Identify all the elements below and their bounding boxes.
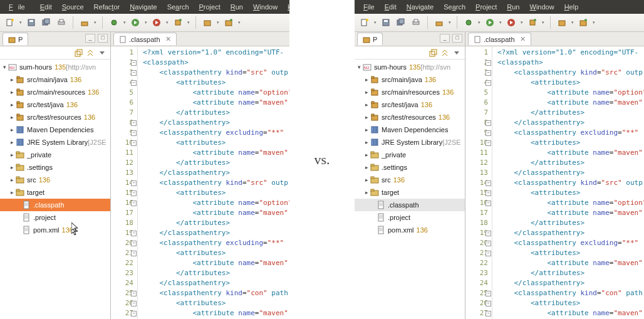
dropdown-icon[interactable]: ▾ xyxy=(373,17,377,28)
new-icon[interactable] xyxy=(4,16,16,29)
fold-toggle-icon[interactable]: − xyxy=(486,301,491,306)
menu-project[interactable]: Project xyxy=(194,0,226,14)
link-editor-icon[interactable] xyxy=(441,49,449,57)
code-area[interactable]: <?xml version="1.0" encoding="UTF- <clas… xyxy=(492,46,644,319)
fold-toggle-icon[interactable]: − xyxy=(131,180,137,186)
fold-toggle-icon[interactable]: − xyxy=(131,60,137,66)
tree-item-src-main-java[interactable]: ▸src/main/java136 xyxy=(355,73,465,86)
tree-item--project[interactable]: .project xyxy=(355,211,465,224)
editor-body[interactable]: 12−3−4−5678−9−10−11121314−15−16−171819−2… xyxy=(465,46,644,319)
tree-item-src[interactable]: ▸src136 xyxy=(355,174,465,186)
dropdown-icon[interactable]: ▾ xyxy=(571,17,574,28)
dropdown-icon[interactable]: ▾ xyxy=(520,17,524,28)
tree-item--classpath[interactable]: .classpath xyxy=(0,199,110,211)
view-menu-icon[interactable] xyxy=(98,49,106,57)
save-icon[interactable] xyxy=(380,16,392,29)
run-icon[interactable] xyxy=(484,16,496,29)
tree-project-root[interactable]: ▾MJsum-hours 135 [http://svn xyxy=(355,61,465,73)
project-tree[interactable]: ▾MJsum-hours 135 [http://svn▸src/main/ja… xyxy=(0,60,110,319)
fold-toggle-icon[interactable]: − xyxy=(131,140,137,146)
tree-item-Maven-Dependencies[interactable]: ▸Maven Dependencies xyxy=(0,123,110,136)
menu-window[interactable]: Window xyxy=(248,0,283,14)
fold-toggle-icon[interactable]: − xyxy=(131,70,137,76)
tree-item-src-main-java[interactable]: ▸src/main/java136 xyxy=(0,73,110,86)
run-last-icon[interactable] xyxy=(505,16,517,29)
tree-item-src[interactable]: ▸src136 xyxy=(0,174,110,186)
minimize-icon[interactable]: _ xyxy=(85,34,95,43)
external-tools-icon[interactable] xyxy=(526,16,539,29)
menu-edit[interactable]: Edit xyxy=(380,0,402,14)
tree-item--settings[interactable]: ▸.settings xyxy=(0,161,110,174)
fold-toggle-icon[interactable]: − xyxy=(486,241,491,246)
tab-classpath[interactable]: .classpath ✕ xyxy=(113,33,177,45)
menu-project[interactable]: Project xyxy=(470,0,502,14)
menu-navigate[interactable]: Navigate xyxy=(402,0,439,14)
dropdown-icon[interactable]: ▾ xyxy=(237,17,241,28)
tree-item-pom-xml[interactable]: pom.xml136 xyxy=(355,224,465,236)
dropdown-icon[interactable]: ▾ xyxy=(144,17,148,28)
dropdown-icon[interactable]: ▾ xyxy=(499,17,502,28)
build-icon[interactable] xyxy=(433,16,445,29)
menu-source[interactable]: Source xyxy=(57,0,89,14)
menu-edit[interactable]: Edit xyxy=(35,0,57,14)
menu-search[interactable]: Search xyxy=(439,0,470,14)
debug-icon[interactable] xyxy=(108,16,120,29)
project-tree[interactable]: ▾MJsum-hours 135 [http://svn▸src/main/ja… xyxy=(355,60,465,319)
tree-item-src-main-resources[interactable]: ▸src/main/resources136 xyxy=(0,86,110,98)
print-icon[interactable] xyxy=(410,16,422,29)
fold-toggle-icon[interactable]: − xyxy=(486,120,491,126)
dropdown-icon[interactable]: ▾ xyxy=(477,17,481,28)
dropdown-icon[interactable]: ▾ xyxy=(19,17,23,28)
menu-window[interactable]: Window xyxy=(524,0,559,14)
dropdown-icon[interactable]: ▾ xyxy=(541,17,545,28)
menu-run[interactable]: Run xyxy=(226,0,248,14)
tab-classpath[interactable]: .classpath ✕ xyxy=(468,33,531,45)
dropdown-icon[interactable]: ▾ xyxy=(448,17,452,28)
tree-item-src-test-resources[interactable]: ▸src/test/resources136 xyxy=(355,111,465,123)
save-all-icon[interactable] xyxy=(395,16,407,29)
tree-item-JRE-System-Library[interactable]: ▸JRE System Library [J2SE xyxy=(0,136,110,149)
fold-toggle-icon[interactable]: − xyxy=(486,80,491,86)
dropdown-icon[interactable]: ▾ xyxy=(123,17,127,28)
fold-toggle-icon[interactable]: − xyxy=(131,291,137,296)
tree-item-JRE-System-Library[interactable]: ▸JRE System Library [J2SE xyxy=(355,136,465,149)
close-tab-icon[interactable]: ✕ xyxy=(520,35,526,43)
print-icon[interactable] xyxy=(55,16,68,29)
fold-toggle-icon[interactable]: − xyxy=(486,180,491,186)
collapse-all-icon[interactable] xyxy=(75,49,83,57)
fold-toggle-icon[interactable]: − xyxy=(486,291,491,296)
fold-toggle-icon[interactable]: − xyxy=(131,311,137,316)
new-class-icon[interactable] xyxy=(577,16,589,29)
fold-toggle-icon[interactable]: − xyxy=(131,120,137,126)
dropdown-icon[interactable]: ▾ xyxy=(216,17,220,28)
fold-toggle-icon[interactable]: − xyxy=(486,191,491,196)
fold-toggle-icon[interactable]: − xyxy=(486,311,491,316)
save-icon[interactable] xyxy=(25,16,38,29)
editor-body[interactable]: 12−3−4−5678−9−10−11121314−15−16−171819−2… xyxy=(111,46,289,319)
run-last-icon[interactable] xyxy=(150,16,163,29)
new-package-icon[interactable] xyxy=(556,16,568,29)
fold-toggle-icon[interactable]: − xyxy=(486,70,491,76)
fold-toggle-icon[interactable]: − xyxy=(131,191,137,196)
fold-toggle-icon[interactable]: − xyxy=(486,231,491,236)
fold-toggle-icon[interactable]: − xyxy=(131,231,137,236)
fold-toggle-icon[interactable]: − xyxy=(486,60,491,66)
maximize-icon[interactable]: □ xyxy=(98,34,108,43)
tree-item-src-test-java[interactable]: ▸src/test/java136 xyxy=(355,98,465,111)
tree-item--project[interactable]: .project xyxy=(0,211,110,224)
dropdown-icon[interactable]: ▾ xyxy=(592,17,596,28)
menu-refactor[interactable]: Refactor xyxy=(89,0,125,14)
tree-item-pom-xml[interactable]: pom.xml136 xyxy=(0,224,110,236)
close-tab-icon[interactable]: ✕ xyxy=(165,35,171,43)
save-all-icon[interactable] xyxy=(40,16,53,29)
maximize-icon[interactable]: □ xyxy=(452,34,462,43)
fold-toggle-icon[interactable]: − xyxy=(486,140,491,146)
menu-file[interactable]: File xyxy=(4,0,35,14)
menu-search[interactable]: Search xyxy=(162,0,194,14)
fold-toggle-icon[interactable]: − xyxy=(486,130,491,136)
fold-toggle-icon[interactable]: − xyxy=(131,241,137,246)
external-tools-icon[interactable] xyxy=(172,16,184,29)
collapse-all-icon[interactable] xyxy=(429,49,437,57)
tree-item--private[interactable]: ▸_private xyxy=(355,149,465,161)
new-package-icon[interactable] xyxy=(201,16,214,29)
